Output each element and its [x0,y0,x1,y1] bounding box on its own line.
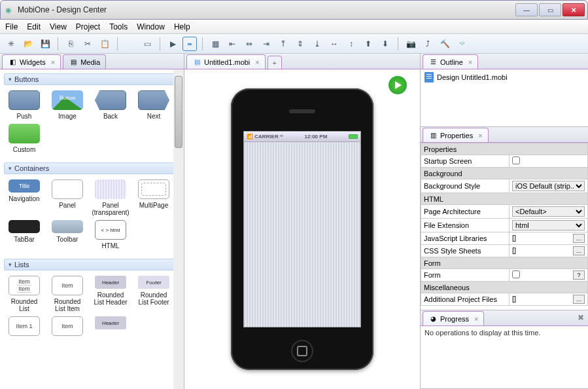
section-containers[interactable]: Containers [4,162,180,174]
menubar: File Edit View Project Tools Window Help [0,20,588,34]
widget-custom[interactable]: Custom [5,124,43,153]
widget-rounded-list-item[interactable]: ItemRounded List Item [48,276,86,312]
section-buttons[interactable]: Buttons [4,73,180,85]
wifi-button[interactable]: ⌔ [455,37,469,51]
properties-panel: ▥ Properties × Properties Startup Screen… [421,127,588,310]
design-file-icon [424,72,434,83]
close-icon[interactable]: × [255,58,259,66]
widgets-scrollbar[interactable] [173,69,184,389]
menu-edit[interactable]: Edit [27,22,41,31]
new-tab-button[interactable]: + [268,56,282,69]
prop-addfiles-label: Additional Project Files [421,293,510,306]
prop-arch-label: Page Architecture [421,205,510,219]
tab-widgets[interactable]: ◧ Widgets × [2,54,61,69]
outline-icon: ☰ [428,58,438,67]
tab-properties[interactable]: ▥ Properties × [423,128,489,142]
menu-help[interactable]: Help [174,22,190,31]
prop-jslib-edit[interactable]: … [573,234,585,243]
editor-tab[interactable]: ▤ Untitled1.mobi × [186,54,266,69]
widgets-panel: ◧ Widgets × ▤ Media Buttons Push Image B… [0,54,184,389]
widget-panel[interactable]: Panel [48,179,86,216]
widget-image[interactable]: Image [48,90,86,120]
widget-rounded-list-footer[interactable]: FooterRounded List Footer [135,276,173,312]
menu-tools[interactable]: Tools [109,22,128,31]
close-icon[interactable]: × [474,315,478,323]
align-right-button[interactable]: ⇥ [259,37,273,51]
minimize-button[interactable]: — [515,3,538,16]
link-button[interactable]: ∞ [182,37,197,51]
design-canvas[interactable]: 📶 CARRIER ⌔ 12:00 PM [243,131,361,327]
close-icon[interactable]: × [478,132,482,139]
menu-project[interactable]: Project [76,22,100,31]
widget-panel-transparent[interactable]: Panel (transparent) [92,179,130,216]
prop-form-checkbox[interactable] [512,270,520,278]
close-icon[interactable]: × [468,58,472,66]
device-button[interactable]: ▭ [140,37,154,51]
outline-item-label: Design Untitled1.mobi [437,73,508,81]
run-button[interactable]: ▶ [165,37,180,51]
prop-addfiles-edit[interactable]: … [573,295,585,304]
section-lists[interactable]: Lists [4,259,180,270]
menu-file[interactable]: File [5,22,18,31]
save-button[interactable]: 💾 [38,37,52,51]
new-button[interactable]: ✳ [4,37,18,51]
widget-navigation[interactable]: TitleNavigation [5,179,43,216]
send-back-button[interactable]: ⬇ [378,37,392,51]
widget-rounded-list-header[interactable]: HeaderRounded List Header [92,276,130,312]
camera-button[interactable]: 📷 [404,37,418,51]
widget-back[interactable]: Back [92,90,130,120]
widget-list-item2[interactable]: Item [48,316,86,339]
widget-list-header2[interactable]: Header [92,316,130,339]
outline-root-item[interactable]: Design Untitled1.mobi [421,69,588,85]
prop-form-help[interactable]: ? [573,270,585,280]
dist-v-button[interactable]: ↕ [344,37,358,51]
align-left-button[interactable]: ⇤ [225,37,239,51]
upload-button[interactable]: ⤴ [421,37,435,51]
widget-html[interactable]: HTML [92,220,130,250]
dist-h-button[interactable]: ↔ [327,37,341,51]
copy-button[interactable]: ⎘ [63,37,78,51]
align-center-button[interactable]: ⇔ [242,37,256,51]
menu-view[interactable]: View [50,22,67,31]
widget-rounded-list[interactable]: ItemItemRounded List [5,276,43,312]
prop-css-edit[interactable]: … [573,246,585,255]
maximize-button[interactable]: ▭ [539,3,561,16]
prop-ext-label: File Extension [421,219,510,232]
properties-title: Properties [440,132,473,139]
paste-button[interactable]: 📋 [97,37,112,51]
file-icon: ▤ [192,58,201,67]
window-titlebar: ◉ MobiOne - Design Center — ▭ ✕ [0,0,588,20]
build-button[interactable]: 🔨 [438,37,452,51]
bring-front-button[interactable]: ⬆ [361,37,375,51]
grid-button[interactable]: ▦ [208,37,222,51]
cut-button[interactable]: ✂ [80,37,95,51]
prop-arch-select[interactable]: <Default> [512,206,585,217]
widget-multipage[interactable]: MultiPage [135,179,173,216]
apple-button[interactable] [123,37,137,51]
outline-panel: ☰ Outline × Design Untitled1.mobi [421,54,588,127]
tab-progress[interactable]: ◕ Progress × [423,311,484,325]
progress-clear-button[interactable]: ✖ [578,313,584,322]
align-top-button[interactable]: ⤒ [276,37,290,51]
widget-tabbar[interactable]: TabBar [5,220,43,250]
widget-push[interactable]: Push [5,90,43,120]
tab-outline[interactable]: ☰ Outline × [423,54,478,69]
align-bottom-button[interactable]: ⤓ [310,37,324,51]
prop-ext-select[interactable]: html [512,220,585,231]
prop-bgstyle-select[interactable]: iOS Default (strip... [512,181,585,191]
widget-next[interactable]: Next [135,90,173,120]
close-icon[interactable]: × [51,58,55,66]
prop-cat-form: Form [421,257,588,269]
widget-toolbar[interactable]: Toolbar [48,220,86,250]
align-middle-button[interactable]: ⇕ [293,37,307,51]
widget-list-item1[interactable]: Item 1 [5,316,43,339]
prop-cat-background: Background [421,168,588,179]
prop-startup-checkbox[interactable] [512,157,520,164]
run-preview-button[interactable] [389,76,407,94]
open-button[interactable]: 📂 [21,37,35,51]
close-button[interactable]: ✕ [562,3,585,16]
menu-window[interactable]: Window [137,22,165,31]
tab-media[interactable]: ▤ Media [63,54,106,69]
editor-panel: ▤ Untitled1.mobi × + 📶 CARRIER ⌔ 12:00 P… [184,54,421,389]
battery-icon [349,134,358,139]
